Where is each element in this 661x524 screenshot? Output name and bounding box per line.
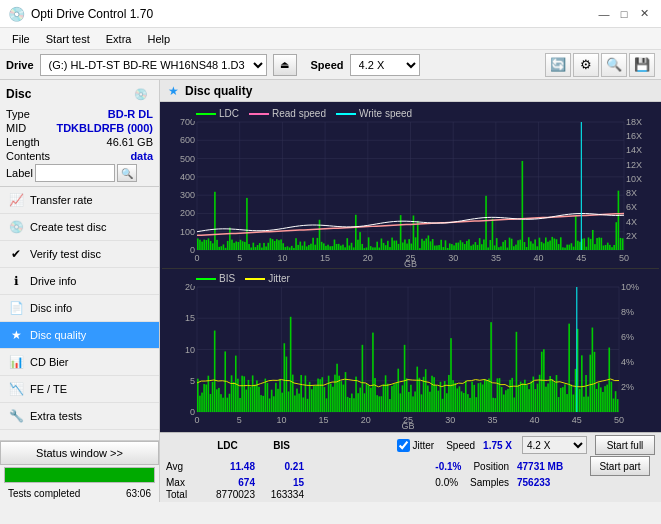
- avg-jitter-value: -0.1%: [406, 461, 461, 472]
- nav-fe-te[interactable]: 📉 FE / TE: [0, 376, 159, 403]
- chart1-container: LDC Read speed Write speed: [162, 104, 659, 269]
- stats-ldc-header: LDC: [200, 440, 255, 451]
- progress-bar: [5, 468, 154, 482]
- drivebar: Drive (G:) HL-DT-ST BD-RE WH16NS48 1.D3 …: [0, 50, 661, 80]
- start-full-button[interactable]: Start full: [595, 435, 655, 455]
- chart2-canvas: [162, 269, 659, 430]
- create-test-disc-icon: 💿: [8, 219, 24, 235]
- chart2-legend: BIS Jitter: [192, 271, 294, 286]
- disc-contents-label: Contents: [6, 150, 50, 162]
- start-buttons: Start full: [595, 435, 655, 455]
- start-part-button[interactable]: Start part: [590, 456, 650, 476]
- nav-extra-tests-label: Extra tests: [30, 410, 82, 422]
- samples-label: Samples: [470, 477, 509, 488]
- nav-create-test-disc-label: Create test disc: [30, 221, 106, 233]
- total-ldc-value: 8770023: [200, 489, 255, 500]
- nav-cd-bier[interactable]: 📊 CD Bier: [0, 349, 159, 376]
- max-ldc-value: 674: [200, 477, 255, 488]
- jitter-checkbox-row: Jitter: [397, 439, 434, 452]
- minimize-button[interactable]: —: [595, 5, 613, 23]
- stats-area: LDC BIS Jitter Speed 1.75 X 4.2 X Start …: [160, 432, 661, 502]
- sidebar: Disc 💿 Type BD-R DL MID TDKBLDRFB (000) …: [0, 80, 160, 502]
- disc-panel: Disc 💿 Type BD-R DL MID TDKBLDRFB (000) …: [0, 80, 159, 187]
- avg-ldc-value: 11.48: [200, 461, 255, 472]
- max-bis-value: 15: [259, 477, 304, 488]
- avg-bis-value: 0.21: [259, 461, 304, 472]
- stats-bis-header: BIS: [259, 440, 304, 451]
- disc-mid-label: MID: [6, 122, 26, 134]
- main-layout: Disc 💿 Type BD-R DL MID TDKBLDRFB (000) …: [0, 80, 661, 502]
- disc-label-search-button[interactable]: 🔍: [117, 164, 137, 182]
- stats-header-row: LDC BIS Jitter Speed 1.75 X 4.2 X Start …: [166, 435, 655, 455]
- disc-label-row: Label 🔍: [6, 164, 153, 182]
- nav-items: 📈 Transfer rate 💿 Create test disc ✔ Ver…: [0, 187, 159, 440]
- status-time: 63:06: [122, 486, 155, 501]
- nav-disc-info[interactable]: 📄 Disc info: [0, 295, 159, 322]
- disc-length-value: 46.61 GB: [107, 136, 153, 148]
- toolbar-icons: 🔄 ⚙ 🔍 💾: [545, 53, 655, 77]
- speed-stat-select[interactable]: 4.2 X: [522, 436, 587, 454]
- speed-stat-value: 1.75 X: [483, 440, 512, 451]
- maximize-button[interactable]: □: [615, 5, 633, 23]
- position-label: Position: [473, 461, 509, 472]
- disc-info-icon: 📄: [8, 300, 24, 316]
- disc-length-row: Length 46.61 GB: [6, 136, 153, 148]
- status-area: Status window >> Tests completed 63:06: [0, 440, 159, 502]
- nav-disc-info-label: Disc info: [30, 302, 72, 314]
- avg-label: Avg: [166, 461, 196, 472]
- status-text: Tests completed: [4, 486, 84, 501]
- disc-type-value: BD-R DL: [108, 108, 153, 120]
- nav-cd-bier-label: CD Bier: [30, 356, 69, 368]
- disc-label-input[interactable]: [35, 164, 115, 182]
- nav-create-test-disc[interactable]: 💿 Create test disc: [0, 214, 159, 241]
- panel-header-icon: ★: [168, 84, 179, 98]
- speed-select[interactable]: 4.2 X: [350, 54, 420, 76]
- settings-button[interactable]: ⚙: [573, 53, 599, 77]
- window-controls: — □ ✕: [595, 5, 653, 23]
- nav-drive-info[interactable]: ℹ Drive info: [0, 268, 159, 295]
- disc-type-row: Type BD-R DL: [6, 108, 153, 120]
- nav-verify-test-disc[interactable]: ✔ Verify test disc: [0, 241, 159, 268]
- drive-label: Drive: [6, 59, 34, 71]
- jitter-label: Jitter: [412, 440, 434, 451]
- speed-stat-label: Speed: [446, 440, 475, 451]
- legend-readspeed: Read speed: [249, 108, 326, 119]
- info-button[interactable]: 🔍: [601, 53, 627, 77]
- disc-panel-title: Disc: [6, 87, 31, 101]
- nav-extra-tests[interactable]: 🔧 Extra tests: [0, 403, 159, 430]
- menu-help[interactable]: Help: [139, 31, 178, 47]
- stats-avg-row: Avg 11.48 0.21 -0.1% Position 47731 MB S…: [166, 456, 655, 476]
- stats-max-row: Max 674 15 0.0% Samples 756233: [166, 477, 655, 488]
- nav-fe-te-label: FE / TE: [30, 383, 67, 395]
- content-area: ★ Disc quality LDC Read speed: [160, 80, 661, 502]
- status-window-button[interactable]: Status window >>: [0, 441, 159, 465]
- speed-select-container: 4.2 X: [522, 436, 587, 454]
- menu-file[interactable]: File: [4, 31, 38, 47]
- disc-length-label: Length: [6, 136, 40, 148]
- menu-extra[interactable]: Extra: [98, 31, 140, 47]
- fe-te-icon: 📉: [8, 381, 24, 397]
- disc-mid-row: MID TDKBLDRFB (000): [6, 122, 153, 134]
- legend-ldc: LDC: [196, 108, 239, 119]
- nav-transfer-rate[interactable]: 📈 Transfer rate: [0, 187, 159, 214]
- legend-bis: BIS: [196, 273, 235, 284]
- eject-button[interactable]: ⏏: [273, 54, 297, 76]
- close-button[interactable]: ✕: [635, 5, 653, 23]
- refresh-button[interactable]: 🔄: [545, 53, 571, 77]
- menu-starttest[interactable]: Start test: [38, 31, 98, 47]
- cd-bier-icon: 📊: [8, 354, 24, 370]
- menubar: File Start test Extra Help: [0, 28, 661, 50]
- drive-select[interactable]: (G:) HL-DT-ST BD-RE WH16NS48 1.D3: [40, 54, 267, 76]
- nav-disc-quality[interactable]: ★ Disc quality: [0, 322, 159, 349]
- legend-jitter: Jitter: [245, 273, 290, 284]
- stats-total-row: Total 8770023 163334: [166, 489, 655, 500]
- jitter-checkbox[interactable]: [397, 439, 410, 452]
- chart1-legend: LDC Read speed Write speed: [192, 106, 416, 121]
- save-button[interactable]: 💾: [629, 53, 655, 77]
- legend-writespeed: Write speed: [336, 108, 412, 119]
- nav-transfer-rate-label: Transfer rate: [30, 194, 93, 206]
- app-title: Opti Drive Control 1.70: [31, 7, 153, 21]
- nav-disc-quality-label: Disc quality: [30, 329, 86, 341]
- panel-header-title: Disc quality: [185, 84, 252, 98]
- charts-area: LDC Read speed Write speed: [160, 102, 661, 432]
